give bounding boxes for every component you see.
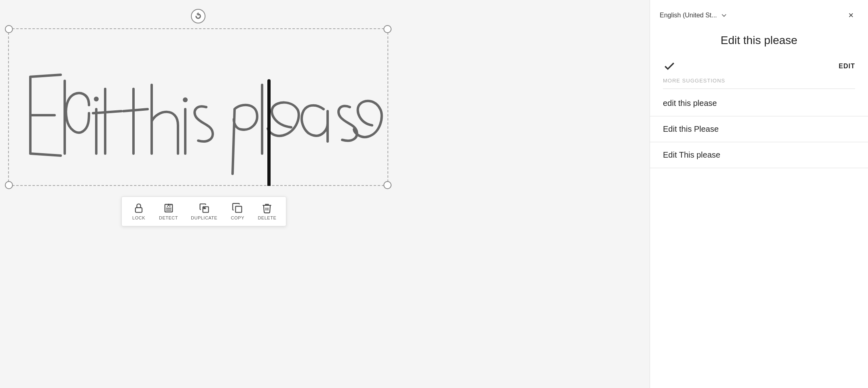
suggestion-item-3[interactable]: Edit This please <box>650 142 868 168</box>
rotate-handle[interactable] <box>191 9 205 23</box>
edit-button[interactable]: EDIT <box>839 63 855 70</box>
detect-button[interactable]: DETECT <box>154 200 183 223</box>
lock-label: LOCK <box>132 215 145 220</box>
toolbar: LOCK DETECT DUPLICATE <box>121 196 286 226</box>
chevron-down-icon <box>720 11 728 19</box>
panel-header: English (United St... × <box>650 0 868 29</box>
handle-top-left[interactable] <box>5 25 13 33</box>
duplicate-button[interactable]: DUPLICATE <box>186 200 222 223</box>
lock-icon <box>133 202 144 214</box>
detect-label: DETECT <box>159 215 178 220</box>
delete-button[interactable]: DELETE <box>253 200 281 223</box>
svg-rect-6 <box>236 206 242 212</box>
panel-title: Edit this please <box>650 29 868 57</box>
delete-label: DELETE <box>258 215 276 220</box>
detect-icon <box>163 202 174 214</box>
copy-label: COPY <box>231 215 244 220</box>
close-icon: × <box>849 10 854 21</box>
handle-bottom-left[interactable] <box>5 181 13 189</box>
language-label: English (United St... <box>660 12 717 19</box>
right-panel: English (United St... × Edit this please… <box>650 0 868 388</box>
confirm-check[interactable] <box>663 60 676 73</box>
handle-top-right[interactable] <box>383 25 392 33</box>
language-selector[interactable]: English (United St... <box>660 11 728 19</box>
delete-icon <box>261 202 273 214</box>
duplicate-label: DUPLICATE <box>191 215 217 220</box>
checkmark-icon <box>663 60 676 73</box>
suggestions-divider-top <box>663 89 855 89</box>
more-suggestions-label: MORE SUGGESTIONS <box>650 76 868 87</box>
selection-box[interactable] <box>8 28 388 186</box>
handle-bottom-right[interactable] <box>383 181 392 189</box>
recognition-row: EDIT <box>650 57 868 76</box>
svg-rect-2 <box>135 208 142 213</box>
lock-button[interactable]: LOCK <box>127 200 151 223</box>
copy-button[interactable]: COPY <box>225 200 250 223</box>
duplicate-icon <box>199 202 210 214</box>
copy-icon <box>232 202 243 214</box>
suggestion-item-1[interactable]: edit this please <box>650 91 868 116</box>
close-button[interactable]: × <box>844 8 858 23</box>
suggestion-item-2[interactable]: Edit this Please <box>650 116 868 142</box>
canvas-area: LOCK DETECT DUPLICATE <box>0 0 650 388</box>
